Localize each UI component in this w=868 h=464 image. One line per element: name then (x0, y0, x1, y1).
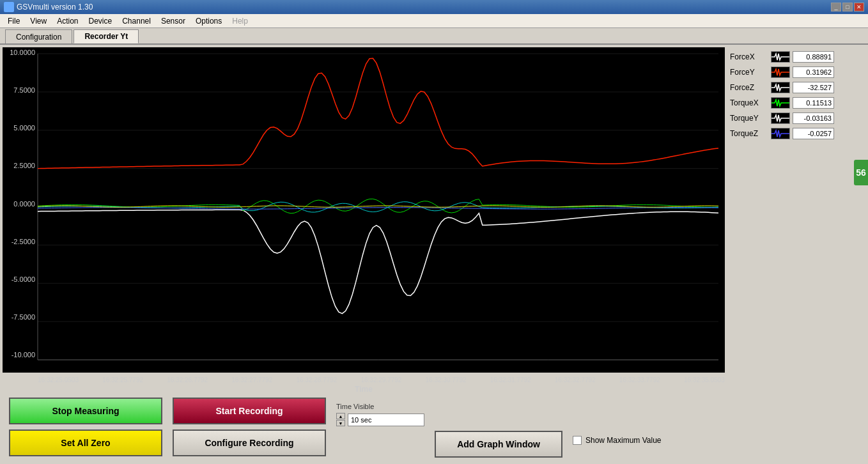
x-label-10: 16:32:35.0503 (684, 376, 725, 383)
tab-configuration[interactable]: Configuration (5, 29, 72, 43)
close-button[interactable]: ✕ (854, 3, 864, 12)
spinner-down-button[interactable]: ▼ (336, 420, 345, 426)
x-label-4: 16:32:28.7792 (296, 376, 337, 383)
menu-file[interactable]: File (3, 15, 25, 27)
app-icon (4, 2, 14, 12)
legend-value-torquez[interactable] (793, 128, 834, 139)
menu-options[interactable]: Options (190, 15, 227, 27)
mid-btn-group: Start Recording Configure Recording (173, 398, 326, 456)
chart-container: 10.0000 7.5000 5.0000 2.5000 0.0000 -2.5… (0, 45, 727, 464)
legend-value-torquey[interactable] (793, 112, 834, 124)
time-spinner: ▲ ▼ (336, 413, 345, 426)
legend-item-torquez: TorqueZ (730, 128, 865, 139)
x-label-9: 16:32:33.7792 (619, 376, 660, 383)
menu-view[interactable]: View (25, 15, 52, 27)
stop-measuring-button[interactable]: Stop Measuring (9, 398, 162, 424)
legend-icon-torquey[interactable] (771, 112, 790, 124)
x-label-0: 16:32:25.0503 (38, 376, 79, 383)
show-max-checkbox[interactable] (573, 436, 582, 445)
x-tick-labels: 16:32:25.0503 16:32:25.7792 16:32:26.779… (3, 375, 725, 383)
legend-panel: ForceX ForceY ForceZ TorqueX (727, 45, 868, 464)
legend-label-forcey: ForceY (730, 68, 768, 77)
chart-area[interactable]: 10.0000 7.5000 5.0000 2.5000 0.0000 -2.5… (3, 47, 725, 373)
legend-item-forcez: ForceZ (730, 82, 865, 93)
menu-channel[interactable]: Channel (117, 15, 156, 27)
spinner-up-button[interactable]: ▲ (336, 413, 345, 419)
legend-icon-forcex[interactable] (771, 51, 790, 63)
configure-recording-button[interactable]: Configure Recording (173, 429, 326, 456)
x-label-3: 16:32:27.7792 (231, 376, 272, 383)
x-label-2: 16:32:26.7792 (167, 376, 208, 383)
legend-label-torquez: TorqueZ (730, 129, 768, 138)
x-label-7: 16:32:31.7792 (490, 376, 531, 383)
legend-value-forcey[interactable] (793, 66, 834, 78)
right-btn-group: Add Graph Window (435, 398, 562, 458)
x-label-5: 16:32:29.7792 (360, 376, 401, 383)
window-buttons: _ □ ✕ (831, 3, 864, 12)
x-label-1: 16:32:25.7792 (102, 376, 143, 383)
x-label-8: 16:32:32.7792 (555, 376, 596, 383)
maximize-button[interactable]: □ (842, 3, 853, 12)
menu-help: Help (227, 15, 253, 27)
minimize-button[interactable]: _ (831, 3, 841, 12)
legend-value-torquex[interactable] (793, 97, 834, 109)
time-visible-input-row: ▲ ▼ (336, 413, 424, 426)
set-all-zero-button[interactable]: Set All Zero (9, 429, 162, 456)
legend-item-torquey: TorqueY (730, 112, 865, 124)
x-axis-title: Time (3, 385, 725, 394)
legend-icon-forcey[interactable] (771, 66, 790, 78)
bottom-controls: Stop Measuring Set All Zero Start Record… (3, 394, 725, 464)
menu-action[interactable]: Action (52, 15, 83, 27)
app-title: GSVmulti version 1.30 (17, 3, 831, 12)
legend-item-forcey: ForceY (730, 66, 865, 78)
tab-bar: Configuration Recorder Yt (0, 28, 868, 45)
menubar: File View Action Device Channel Sensor O… (0, 14, 868, 28)
legend-label-forcez: ForceZ (730, 83, 768, 92)
tab-recorder-yt[interactable]: Recorder Yt (74, 29, 139, 43)
time-visible-input[interactable] (348, 414, 424, 426)
side-tab[interactable]: 56 (854, 160, 868, 185)
legend-value-forcex[interactable] (793, 51, 834, 63)
add-graph-window-button[interactable]: Add Graph Window (435, 431, 562, 458)
legend-label-torquey: TorqueY (730, 114, 768, 123)
legend-item-torquex: TorqueX (730, 97, 865, 109)
chart-canvas (3, 47, 725, 373)
left-btn-group: Stop Measuring Set All Zero (9, 398, 162, 456)
legend-item-forcex: ForceX (730, 51, 865, 63)
menu-device[interactable]: Device (84, 15, 118, 27)
time-visible-group: Time Visible ▲ ▼ (336, 398, 424, 426)
legend-label-forcex: ForceX (730, 52, 768, 61)
show-max-group: Show Maximum Value (573, 398, 662, 445)
legend-value-forcez[interactable] (793, 82, 834, 93)
titlebar: GSVmulti version 1.30 _ □ ✕ (0, 0, 868, 14)
main-content: 10.0000 7.5000 5.0000 2.5000 0.0000 -2.5… (0, 45, 868, 464)
time-visible-label: Time Visible (336, 403, 424, 410)
legend-label-torquex: TorqueX (730, 98, 768, 107)
x-label-6: 16:32:30.7792 (426, 376, 467, 383)
start-recording-button[interactable]: Start Recording (173, 398, 326, 424)
show-max-label: Show Maximum Value (585, 436, 662, 445)
legend-icon-torquex[interactable] (771, 97, 790, 109)
menu-sensor[interactable]: Sensor (156, 15, 190, 27)
legend-icon-torquez[interactable] (771, 128, 790, 139)
legend-icon-forcez[interactable] (771, 82, 790, 93)
